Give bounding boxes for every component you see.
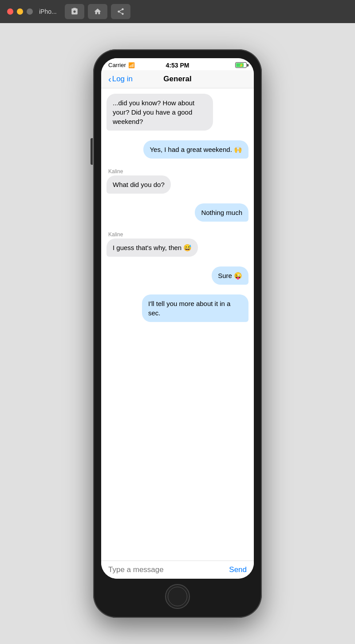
- phone-screen: Carrier 📶 4:53 PM ⚡ ‹ Log in General: [101, 58, 254, 579]
- traffic-lights: [7, 8, 33, 15]
- message-row: Kaline I guess that's why, then 😅: [106, 231, 248, 257]
- message-row: I'll tell you more about it in a sec.: [106, 294, 248, 322]
- message-text: Yes, I had a great weekend. 🙌: [150, 146, 242, 153]
- message-text: I guess that's why, then 😅: [113, 244, 192, 251]
- phone-device: Carrier 📶 4:53 PM ⚡ ‹ Log in General: [93, 49, 262, 618]
- message-text: I'll tell you more about it in a sec.: [148, 300, 230, 317]
- battery-icon: ⚡: [235, 62, 247, 68]
- message-bubble: ...did you know? How about your? Did you…: [106, 94, 213, 131]
- status-left: Carrier 📶: [108, 62, 135, 68]
- message-bubble: Nothing much: [195, 203, 248, 222]
- window-title: iPho...: [39, 8, 57, 15]
- sender-name: Kaline: [108, 231, 123, 238]
- message-row: Sure 😜: [106, 266, 248, 285]
- back-label: Log in: [112, 75, 133, 83]
- message-bubble: I'll tell you more about it in a sec.: [142, 294, 248, 322]
- status-bar: Carrier 📶 4:53 PM ⚡: [101, 58, 254, 70]
- message-bubble: I guess that's why, then 😅: [106, 239, 198, 257]
- chevron-left-icon: ‹: [108, 75, 111, 83]
- back-button[interactable]: ‹ Log in: [108, 75, 133, 83]
- maximize-dot[interactable]: [27, 8, 33, 15]
- status-right: ⚡: [235, 62, 247, 68]
- message-bubble: Yes, I had a great weekend. 🙌: [143, 140, 248, 159]
- home-button-tb[interactable]: [88, 4, 107, 19]
- battery-bolt: ⚡: [239, 63, 244, 68]
- carrier-label: Carrier: [108, 62, 126, 68]
- screenshot-button[interactable]: [65, 4, 84, 19]
- nav-bar: ‹ Log in General: [101, 70, 254, 88]
- message-bubble: What did you do?: [106, 175, 171, 194]
- message-text: What did you do?: [113, 181, 165, 188]
- message-text: Sure 😜: [218, 272, 242, 279]
- minimize-dot[interactable]: [17, 8, 23, 15]
- message-row: ...did you know? How about your? Did you…: [106, 94, 248, 131]
- titlebar: iPho...: [0, 0, 355, 23]
- wifi-icon: 📶: [128, 62, 135, 68]
- input-bar: Send: [101, 561, 254, 579]
- close-dot[interactable]: [7, 8, 13, 15]
- message-text: ...did you know? How about your? Did you…: [113, 99, 194, 125]
- message-text: Nothing much: [201, 209, 242, 216]
- titlebar-buttons: [65, 4, 130, 19]
- home-button-inner: [168, 587, 187, 606]
- scene: Carrier 📶 4:53 PM ⚡ ‹ Log in General: [0, 23, 355, 644]
- nav-title: General: [163, 75, 191, 83]
- message-input[interactable]: [108, 565, 225, 574]
- message-row: Nothing much: [106, 203, 248, 222]
- message-row: Yes, I had a great weekend. 🙌: [106, 140, 248, 159]
- status-time: 4:53 PM: [166, 62, 189, 69]
- chat-area: ...did you know? How about your? Did you…: [101, 88, 254, 561]
- message-bubble: Sure 😜: [212, 266, 248, 285]
- share-button-tb[interactable]: [111, 4, 130, 19]
- send-button[interactable]: Send: [229, 565, 247, 574]
- sender-name: Kaline: [108, 168, 123, 175]
- message-row: Kaline What did you do?: [106, 168, 248, 194]
- home-button[interactable]: [165, 584, 190, 609]
